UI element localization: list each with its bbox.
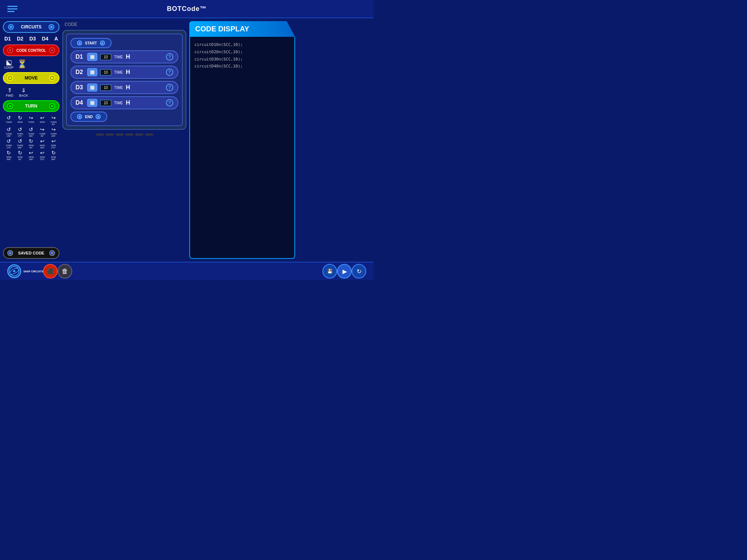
d1-row-label: D1 xyxy=(76,54,84,60)
d4-time-value[interactable]: 10 xyxy=(100,100,111,106)
code-control-left-inner xyxy=(9,49,11,51)
turn-spin-item-0[interactable]: ↺ TURN xyxy=(4,115,14,126)
d1-chip-icon: ⬜ xyxy=(90,55,94,59)
start-right-circle xyxy=(100,40,105,46)
turn-spin-item-16[interactable]: ↻ SPIN90° xyxy=(15,150,26,161)
d3-chip-icon: ⬜ xyxy=(90,86,94,90)
move-label: MOVE xyxy=(25,75,38,81)
d4-help-button[interactable]: ? xyxy=(166,99,173,106)
d3-label[interactable]: D3 xyxy=(29,36,36,42)
d2-time-label: TIME xyxy=(114,70,123,74)
start-pill[interactable]: START xyxy=(70,38,112,48)
turn-spin-item-9[interactable]: ↪ TURN180° xyxy=(48,127,59,137)
code-control-right-circle xyxy=(49,47,55,53)
d3-time-value[interactable]: 10 xyxy=(100,85,111,91)
move-right-circle xyxy=(49,75,55,81)
turn-spin-item-17[interactable]: ↩ SPIN180° xyxy=(26,150,36,161)
turn-spin-item-19[interactable]: ↻ SPIN360° xyxy=(48,150,59,161)
d4-code-row[interactable]: D4 ⬜ 10 TIME H ? xyxy=(70,96,178,109)
turn-spin-item-7[interactable]: ↺ TURN360° xyxy=(26,127,36,137)
end-right-circle xyxy=(96,114,101,119)
main-content: CIRCUITS D1 D2 D3 D4 A CODE CONTROL xyxy=(0,18,374,262)
turn-spin-item-11[interactable]: ↺ TURN360° xyxy=(15,138,26,149)
d2-help-button[interactable]: ? xyxy=(166,69,173,76)
refresh-button[interactable]: ↻ xyxy=(352,264,366,279)
progress-dot-6 xyxy=(145,133,153,136)
turn-button[interactable]: TURN xyxy=(3,100,59,112)
turn-spin-item-6[interactable]: ↺ TURN270° xyxy=(15,127,26,137)
d3-help-button[interactable]: ? xyxy=(166,84,173,91)
d4-label[interactable]: D4 xyxy=(42,36,49,42)
d4-time-label: TIME xyxy=(114,101,123,105)
code-control-button[interactable]: CODE CONTROL xyxy=(3,44,59,56)
code-display-header: CODE DISPLAY xyxy=(189,21,295,37)
save-button[interactable]: 💾 xyxy=(322,264,337,279)
back-label: BACK xyxy=(19,94,28,97)
turn-spin-item-3[interactable]: ↩ SPIN xyxy=(37,115,48,126)
hamburger-line-3 xyxy=(7,11,15,12)
a-label[interactable]: A xyxy=(54,36,58,42)
logo-svg xyxy=(8,265,20,277)
hourglass-icon[interactable]: ⏳ xyxy=(17,59,27,69)
turn-spin-item-10[interactable]: ↺ TURN270° xyxy=(4,138,14,149)
progress-dot-5 xyxy=(135,133,143,136)
header: BOTCode™ xyxy=(0,0,374,18)
move-button[interactable]: MOVE xyxy=(3,72,59,84)
delete-button[interactable]: 🗑 xyxy=(58,264,72,279)
turn-spin-item-14[interactable]: ↩ SPIN270° xyxy=(48,138,59,149)
turn-left-circle xyxy=(7,103,13,109)
loop-row: ⬕ LOOP ⏳ xyxy=(3,58,59,70)
fwd-label: FWD xyxy=(6,94,13,97)
d4-h-label: H xyxy=(126,100,130,106)
d2-time-value[interactable]: 10 xyxy=(100,69,111,75)
play-button[interactable]: ▶ xyxy=(337,264,352,279)
d2-row-icon: ⬜ xyxy=(87,68,97,76)
fwd-arrows-icon: ⇑ xyxy=(7,87,12,94)
code-display-title: CODE DISPLAY xyxy=(195,25,249,33)
end-pill[interactable]: END xyxy=(70,112,107,122)
circuit-button[interactable]: ⬛ xyxy=(43,264,58,279)
turn-spin-item-13[interactable]: ↩ SPIN180° xyxy=(37,138,48,149)
circuit-icon: ⬛ xyxy=(47,268,54,274)
code-control-right-inner xyxy=(51,49,53,51)
progress-indicators xyxy=(62,133,186,136)
fwd-item[interactable]: ⇑ FWD xyxy=(6,87,13,97)
d4-row-label: D4 xyxy=(76,100,84,106)
code-line-4: circuitD4On(SCC,10); xyxy=(194,63,290,70)
turn-spin-item-1[interactable]: ↻ SPIN xyxy=(15,115,26,126)
d1-row-icon: ⬜ xyxy=(87,53,97,61)
saved-code-button[interactable]: SAVED CODE xyxy=(3,247,59,259)
turn-spin-item-18[interactable]: ↩ SPIN270° xyxy=(37,150,48,161)
hamburger-menu[interactable] xyxy=(7,6,18,12)
d2-code-row[interactable]: D2 ⬜ 10 TIME H ? xyxy=(70,66,178,79)
code-line-3: circuitD3On(SCC,10); xyxy=(194,56,290,63)
progress-dot-2 xyxy=(106,133,114,136)
d2-label[interactable]: D2 xyxy=(17,36,23,42)
turn-right-circle xyxy=(49,103,55,109)
circuits-button[interactable]: CIRCUITS xyxy=(3,21,59,33)
d1-help-button[interactable]: ? xyxy=(166,53,173,61)
d3-code-row[interactable]: D3 ⬜ 10 TIME H ? xyxy=(70,81,178,94)
d3-row-label: D3 xyxy=(76,84,84,91)
d3-time-label: TIME xyxy=(114,86,123,90)
turn-spin-item-12[interactable]: ↻ SPIN90° xyxy=(26,138,36,149)
loop-icon[interactable]: ⬕ LOOP xyxy=(4,59,13,69)
turn-spin-item-5[interactable]: ↺ TURN180° xyxy=(4,127,14,137)
d1-code-row[interactable]: D1 ⬜ 10 TIME H ? xyxy=(70,50,178,63)
turn-spin-item-4[interactable]: ↪ TURN90° xyxy=(48,115,59,126)
back-item[interactable]: ⇓ BACK xyxy=(19,87,28,97)
d1-h-label: H xyxy=(126,54,130,60)
fwd-back-row: ⇑ FWD ⇓ BACK xyxy=(3,86,59,98)
code-display-body: circuitD1On(SCC,10); circuitD2On(SCC,10)… xyxy=(189,37,295,259)
d1-time-label: TIME xyxy=(114,55,123,59)
app-title: BOTCode™ xyxy=(167,5,207,13)
d2-chip-icon: ⬜ xyxy=(90,70,94,74)
code-line-2: circuitD2On(SCC,10); xyxy=(194,48,290,56)
d1-label[interactable]: D1 xyxy=(4,36,11,42)
save-icon: 💾 xyxy=(327,269,333,274)
turn-spin-item-8[interactable]: ↪ TURN90° xyxy=(37,127,48,137)
turn-spin-item-2[interactable]: ↪ TURN xyxy=(26,115,36,126)
circuits-btn-right-circle-inner xyxy=(50,26,53,28)
d1-time-value[interactable]: 10 xyxy=(100,54,111,60)
turn-spin-item-15[interactable]: ↻ SPIN360° xyxy=(4,150,14,161)
